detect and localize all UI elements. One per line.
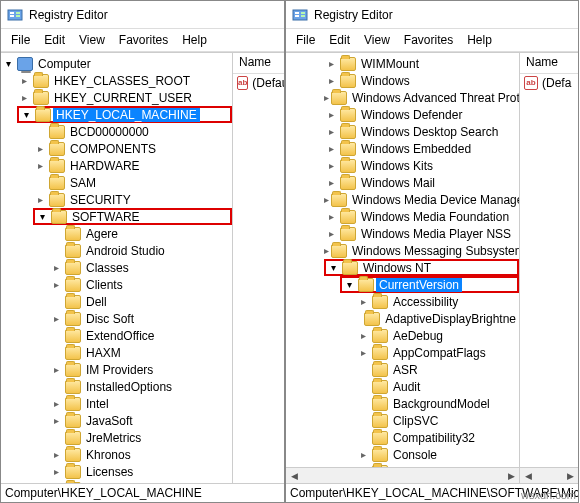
chevron-down-icon[interactable]: ▾ [1,57,15,71]
chevron-right-icon[interactable]: ▸ [324,210,338,224]
tree-item[interactable]: HAXM [49,344,232,361]
tree-item[interactable]: ▸Windows Kits [324,157,519,174]
tree-item[interactable]: ▸Windows Defender [324,106,519,123]
tree-item[interactable]: Android Studio [49,242,232,259]
column-header-name[interactable]: Name [520,53,578,74]
menu-help[interactable]: Help [461,31,498,49]
tree-item[interactable]: Dell [49,293,232,310]
chevron-right-icon[interactable]: ▸ [324,244,329,258]
tree-item[interactable]: ▸Windows Desktop Search [324,123,519,140]
menu-favorites[interactable]: Favorites [113,31,174,49]
tree-item[interactable]: ASR [356,361,519,378]
tree-item[interactable]: SAM [33,174,232,191]
chevron-right-icon[interactable]: ▸ [356,329,370,343]
menu-file[interactable]: File [290,31,321,49]
menu-file[interactable]: File [5,31,36,49]
menu-edit[interactable]: Edit [38,31,71,49]
chevron-right-icon[interactable]: ▸ [324,142,338,156]
chevron-right-icon[interactable]: ▸ [324,74,338,88]
scroll-right-icon[interactable]: ▶ [503,469,519,483]
chevron-right-icon[interactable]: ▸ [49,261,63,275]
tree-item[interactable]: ▸HKEY_CURRENT_USER [17,89,232,106]
tree-item[interactable]: ▸Windows Advanced Threat Prot [324,89,519,106]
scrollbar-horizontal[interactable]: ◀ ▶ [520,467,578,483]
menu-favorites[interactable]: Favorites [398,31,459,49]
menu-edit[interactable]: Edit [323,31,356,49]
tree-computer[interactable]: ▾Computer ▸HKEY_CLASSES_ROOT ▸HKEY_CURRE… [1,55,232,483]
chevron-right-icon[interactable]: ▸ [49,414,63,428]
tree-item[interactable]: ▸Classes [49,259,232,276]
tree-currentversion[interactable]: ▾CurrentVersion▸AccessibilityAdaptiveDis… [340,276,519,483]
chevron-right-icon[interactable]: ▸ [49,278,63,292]
chevron-right-icon[interactable]: ▸ [324,227,338,241]
chevron-right-icon[interactable]: ▸ [33,159,47,173]
tree-item[interactable]: ▸JavaSoft [49,412,232,429]
tree-item[interactable]: Compatibility32 [356,429,519,446]
tree-item[interactable]: ▸Windows [324,72,519,89]
tree-item[interactable]: Agere [49,225,232,242]
value-default[interactable]: ab (Defau [233,74,284,92]
tree-item[interactable]: Audit [356,378,519,395]
chevron-right-icon[interactable]: ▸ [17,91,31,105]
tree-item[interactable]: BackgroundModel [356,395,519,412]
tree-item[interactable]: ▸IM Providers [49,361,232,378]
chevron-right-icon[interactable]: ▸ [356,346,370,360]
tree-item[interactable]: ▸Windows Media Player NSS [324,225,519,242]
tree-item[interactable]: ClipSVC [356,412,519,429]
tree-item[interactable]: ▸Licenses [49,463,232,480]
chevron-right-icon[interactable]: ▸ [324,159,338,173]
tree-item[interactable]: ▸Khronos [49,446,232,463]
tree-item[interactable]: ▸AeDebug [356,327,519,344]
data-pane[interactable]: Name ab (Defau [233,53,284,483]
tree-item[interactable]: ▸Clients [49,276,232,293]
chevron-down-icon[interactable]: ▾ [35,210,49,224]
tree-item[interactable]: JreMetrics [49,429,232,446]
chevron-right-icon[interactable]: ▸ [324,91,329,105]
chevron-right-icon[interactable]: ▸ [324,193,329,207]
tree-item[interactable]: ExtendOffice [49,327,232,344]
tree-item[interactable]: ▸Windows Media Foundation [324,208,519,225]
tree-item[interactable]: ▸HARDWARE [33,157,232,174]
chevron-right-icon[interactable]: ▸ [356,448,370,462]
tree-item[interactable]: ▸Windows Embedded [324,140,519,157]
tree-item[interactable]: ▸AppCompatFlags [356,344,519,361]
value-default[interactable]: ab (Defa [520,74,578,92]
chevron-right-icon[interactable]: ▸ [49,397,63,411]
chevron-right-icon[interactable]: ▸ [49,363,63,377]
data-pane[interactable]: Name ab (Defa ◀ ▶ [520,53,578,483]
menu-view[interactable]: View [358,31,396,49]
tree-item[interactable]: ▾Windows NT▾CurrentVersion▸Accessibility… [324,259,519,483]
tree-item[interactable]: ▸WIMMount [324,55,519,72]
tree-item[interactable]: ▸Intel [49,395,232,412]
scroll-left-icon[interactable]: ◀ [286,469,302,483]
chevron-right-icon[interactable]: ▸ [33,193,47,207]
tree-item[interactable]: ▸Windows Mail [324,174,519,191]
chevron-right-icon[interactable]: ▸ [49,312,63,326]
tree-item[interactable]: ▸HKEY_CLASSES_ROOT [17,72,232,89]
tree-item[interactable]: AdaptiveDisplayBrightne [356,310,519,327]
tree-item[interactable]: InstalledOptions [49,378,232,395]
tree-hklm[interactable]: ▾HKEY_LOCAL_MACHINE BCD00000000 ▸COMPONE… [17,106,232,483]
tree-software[interactable]: ▾SOFTWARE AgereAndroid Studio▸Classes▸Cl… [33,208,232,483]
tree-item[interactable]: ▸Windows Messaging Subsystem [324,242,519,259]
scrollbar-horizontal[interactable]: ◀ ▶ [286,467,519,483]
scroll-left-icon[interactable]: ◀ [520,469,536,483]
column-header-name[interactable]: Name [233,53,284,74]
chevron-down-icon[interactable]: ▾ [326,261,340,275]
chevron-right-icon[interactable]: ▸ [324,108,338,122]
chevron-down-icon[interactable]: ▾ [19,108,33,122]
tree-item[interactable]: ▸SECURITY [33,191,232,208]
tree-item[interactable]: BCD00000000 [33,123,232,140]
scroll-right-icon[interactable]: ▶ [562,469,578,483]
chevron-right-icon[interactable]: ▸ [17,74,31,88]
tree-pane[interactable]: ▸WIMMount▸Windows▸Windows Advanced Threa… [286,53,520,483]
tree-item[interactable]: ▸Console [356,446,519,463]
chevron-right-icon[interactable]: ▸ [49,465,63,479]
tree-item[interactable]: ▸Accessibility [356,293,519,310]
tree-item[interactable]: ▸Windows Media Device Manage [324,191,519,208]
chevron-right-icon[interactable]: ▸ [49,448,63,462]
tree-item[interactable]: LSI [49,480,232,483]
menu-view[interactable]: View [73,31,111,49]
tree-pane[interactable]: ▾Computer ▸HKEY_CLASSES_ROOT ▸HKEY_CURRE… [1,53,233,483]
chevron-down-icon[interactable]: ▾ [342,278,356,292]
